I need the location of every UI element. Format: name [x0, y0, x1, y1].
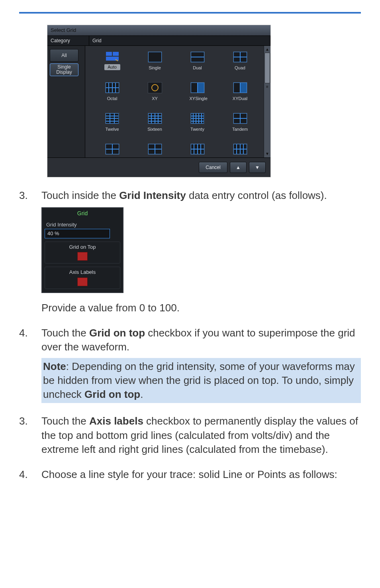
scroll-thumb[interactable] — [264, 53, 270, 83]
list-text: Touch the Grid on top checkbox if you wa… — [41, 326, 361, 403]
grid-option-twelve[interactable]: Twelve — [91, 113, 133, 132]
category-all-label: All — [61, 52, 67, 59]
grid-on-top-group: Grid on Top — [45, 242, 120, 264]
list-item: 3. Touch inside the Grid Intensity data … — [19, 189, 361, 315]
grid-pane-wrap: Auto Single Dual Quad — [85, 46, 270, 157]
grid-option-label: Octal — [104, 96, 120, 102]
cancel-button-label: Cancel — [206, 164, 220, 171]
nav-down-button[interactable]: ▼ — [249, 162, 266, 173]
scroll-track — [265, 90, 270, 150]
grid-option-xy[interactable]: XY — [133, 82, 176, 102]
select-grid-dialog: Select Grid Category Grid All Single Dis… — [47, 25, 271, 177]
scroll-drag-icon: ≡ — [266, 84, 268, 90]
grid-octal-icon — [105, 82, 119, 93]
grid-tandem-icon — [233, 113, 247, 124]
grid-option-label: Twelve — [104, 126, 120, 132]
grid-extra-icon — [190, 144, 205, 155]
step3-tail: Provide a value from 0 to 100. — [41, 301, 361, 315]
category-header: Category — [47, 36, 89, 45]
axis-labels-checkbox[interactable] — [77, 277, 88, 286]
category-single-display-label: Single Display — [56, 65, 72, 75]
chevron-down-icon: ▼ — [255, 164, 260, 171]
grid-option-label: Single — [147, 65, 163, 71]
grid-option-sixteen[interactable]: Sixteen — [133, 113, 176, 132]
grid-option-auto[interactable]: Auto — [91, 51, 133, 71]
grid-intensity-label: Grid Intensity — [46, 221, 119, 228]
grid-xydual-icon — [233, 82, 247, 93]
grid-quad-icon — [233, 51, 247, 63]
grid-option-quad[interactable]: Quad — [219, 51, 261, 71]
grid-twenty-icon — [190, 113, 205, 124]
nav-up-button[interactable]: ▲ — [230, 162, 247, 173]
grid-header: Grid — [89, 36, 270, 45]
grid-extra-icon — [148, 144, 162, 155]
grid-option-xydual[interactable]: XYDual — [219, 82, 261, 102]
svg-rect-1 — [113, 52, 119, 56]
grid-option-label: Dual — [190, 65, 206, 71]
grid-option-dual[interactable]: Dual — [176, 51, 219, 71]
list-number: 3. — [19, 414, 33, 456]
grid-twelve-icon — [105, 113, 119, 124]
grid-option-extra[interactable] — [176, 144, 219, 155]
grid-option-xysingle[interactable]: XYSingle — [176, 82, 219, 102]
scroll-up-icon[interactable]: ▲ — [265, 47, 269, 52]
grid-options: Auto Single Dual Quad — [85, 46, 264, 157]
grid-single-icon — [148, 51, 162, 63]
grid-on-top-checkbox[interactable] — [77, 252, 88, 261]
grid-option-single[interactable]: Single — [133, 51, 176, 71]
list-item: 4. Touch the Grid on top checkbox if you… — [19, 326, 361, 403]
dialog-footer: Cancel ▲ ▼ — [47, 157, 270, 177]
grid-sixteen-icon — [148, 113, 162, 124]
grid-option-label: Sixteen — [147, 126, 163, 132]
grid-option-label: XYDual — [232, 96, 248, 102]
note-block: Note: Depending on the grid intensity, s… — [41, 358, 361, 403]
category-list: All Single Display — [47, 46, 85, 157]
grid-option-twenty[interactable]: Twenty — [176, 113, 219, 132]
grid-option-label: Auto — [104, 64, 120, 70]
list-item: 3. Touch the Axis labels checkbox to per… — [19, 414, 361, 456]
grid-intensity-input[interactable]: 40 % — [45, 229, 110, 238]
svg-rect-0 — [106, 52, 112, 56]
grid-option-label: Twenty — [190, 126, 206, 132]
grid-on-top-label: Grid on Top — [45, 244, 120, 251]
svg-point-3 — [152, 85, 158, 91]
grid-intensity-panel: Grid Grid Intensity 40 % Grid on Top Axi… — [41, 207, 123, 293]
list-number: 4. — [19, 468, 33, 482]
category-single-display[interactable]: Single Display — [50, 63, 78, 76]
chevron-up-icon: ▲ — [236, 164, 241, 171]
grid-option-tandem[interactable]: Tandem — [219, 113, 261, 132]
grid-panel-title: Grid — [45, 209, 120, 220]
grid-option-label: XY — [147, 96, 163, 102]
grid-option-extra[interactable] — [91, 144, 133, 155]
grid-option-octal[interactable]: Octal — [91, 82, 133, 102]
list-item: 4. Choose a line style for your trace: s… — [19, 468, 361, 482]
dialog-title: Select Grid — [47, 25, 270, 36]
grid-auto-icon — [106, 51, 119, 62]
category-all[interactable]: All — [50, 49, 78, 62]
list-number: 4. — [19, 326, 33, 403]
grid-xysingle-icon — [190, 82, 205, 93]
grid-option-extra[interactable] — [133, 144, 176, 155]
grid-option-extra[interactable] — [219, 144, 261, 155]
axis-labels-group: Axis Labels — [45, 267, 120, 289]
scroll-down-icon[interactable]: ▼ — [265, 151, 269, 157]
grid-extra-icon — [233, 144, 247, 155]
grid-xy-icon — [148, 82, 162, 93]
grid-scrollbar[interactable]: ▲ ≡ ▼ — [264, 46, 270, 157]
grid-dual-icon — [190, 51, 205, 63]
list-text: Touch inside the Grid Intensity data ent… — [41, 189, 361, 315]
grid-option-label: Tandem — [232, 126, 248, 132]
grid-option-label: Quad — [232, 65, 248, 71]
cancel-button[interactable]: Cancel — [199, 162, 227, 173]
header-rule — [19, 12, 361, 14]
grid-option-label: XYSingle — [190, 96, 206, 102]
list-text: Choose a line style for your trace: soli… — [41, 468, 361, 482]
list-text: Touch the Axis labels checkbox to perman… — [41, 414, 361, 456]
grid-extra-icon — [105, 144, 119, 155]
axis-labels-label: Axis Labels — [45, 269, 120, 276]
list-number: 3. — [19, 189, 33, 315]
